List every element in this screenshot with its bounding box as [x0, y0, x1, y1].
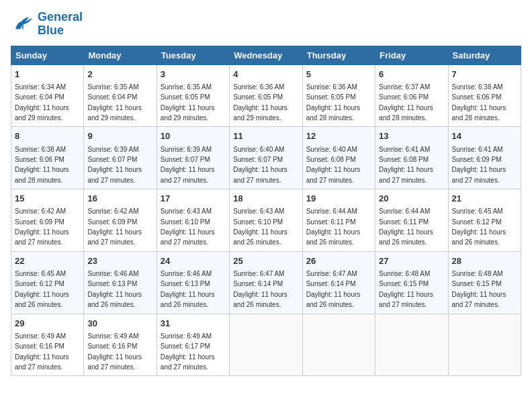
- sunrise: Sunrise: 6:40 AM: [233, 146, 284, 153]
- sunset: Sunset: 6:12 PM: [15, 280, 64, 287]
- calendar-cell: 1Sunrise: 6:34 AMSunset: 6:04 PMDaylight…: [11, 64, 84, 127]
- daylight: Daylight: 11 hours and 26 minutes.: [233, 228, 287, 246]
- daylight: Daylight: 11 hours and 26 minutes.: [379, 228, 433, 246]
- daylight: Daylight: 11 hours and 26 minutes.: [161, 291, 215, 308]
- daylight: Daylight: 11 hours and 27 minutes.: [87, 166, 142, 183]
- col-header-friday: Friday: [375, 46, 448, 64]
- daylight: Daylight: 11 hours and 26 minutes.: [233, 291, 287, 308]
- daylight: Daylight: 11 hours and 27 minutes.: [233, 166, 287, 183]
- sunset: Sunset: 6:11 PM: [379, 218, 429, 226]
- daylight: Daylight: 11 hours and 28 minutes.: [306, 104, 361, 122]
- day-number: 5: [306, 68, 371, 81]
- sunrise: Sunrise: 6:45 AM: [15, 270, 66, 277]
- sunset: Sunset: 6:12 PM: [452, 218, 502, 226]
- sunset: Sunset: 6:09 PM: [87, 218, 137, 226]
- sunset: Sunset: 6:05 PM: [161, 93, 210, 101]
- daylight: Daylight: 11 hours and 28 minutes.: [452, 104, 506, 122]
- calendar-cell: 2Sunrise: 6:35 AMSunset: 6:04 PMDaylight…: [84, 64, 157, 127]
- calendar-cell: 16Sunrise: 6:42 AMSunset: 6:09 PMDayligh…: [84, 189, 157, 252]
- calendar-cell: 30Sunrise: 6:49 AMSunset: 6:16 PMDayligh…: [84, 314, 157, 376]
- day-number: 8: [15, 130, 80, 142]
- day-number: 9: [87, 130, 152, 142]
- sunrise: Sunrise: 6:39 AM: [161, 146, 212, 153]
- sunset: Sunset: 6:07 PM: [161, 156, 210, 163]
- daylight: Daylight: 11 hours and 26 minutes.: [306, 228, 361, 246]
- calendar-cell: 12Sunrise: 6:40 AMSunset: 6:08 PMDayligh…: [302, 127, 375, 189]
- sunrise: Sunrise: 6:45 AM: [452, 208, 503, 215]
- day-number: 19: [306, 193, 371, 205]
- sunset: Sunset: 6:15 PM: [379, 280, 429, 287]
- calendar-cell: 20Sunrise: 6:44 AMSunset: 6:11 PMDayligh…: [375, 189, 448, 252]
- daylight: Daylight: 11 hours and 27 minutes.: [161, 166, 215, 183]
- calendar-cell: 6Sunrise: 6:37 AMSunset: 6:06 PMDaylight…: [375, 64, 448, 127]
- calendar-cell: 17Sunrise: 6:43 AMSunset: 6:10 PMDayligh…: [157, 189, 229, 252]
- sunrise: Sunrise: 6:38 AM: [15, 146, 66, 153]
- sunrise: Sunrise: 6:42 AM: [15, 208, 66, 215]
- daylight: Daylight: 11 hours and 28 minutes.: [379, 104, 433, 122]
- sunset: Sunset: 6:14 PM: [233, 280, 283, 287]
- col-header-thursday: Thursday: [302, 46, 375, 64]
- calendar-cell: 29Sunrise: 6:49 AMSunset: 6:16 PMDayligh…: [11, 314, 84, 376]
- sunrise: Sunrise: 6:39 AM: [87, 146, 138, 153]
- day-number: 30: [87, 318, 152, 330]
- day-number: 16: [87, 193, 152, 205]
- daylight: Daylight: 11 hours and 29 minutes.: [15, 104, 69, 122]
- sunset: Sunset: 6:04 PM: [15, 93, 64, 101]
- sunrise: Sunrise: 6:44 AM: [306, 208, 357, 215]
- daylight: Daylight: 11 hours and 27 minutes.: [452, 291, 506, 308]
- calendar-cell: 22Sunrise: 6:45 AMSunset: 6:12 PMDayligh…: [11, 251, 84, 314]
- calendar-cell: 24Sunrise: 6:46 AMSunset: 6:13 PMDayligh…: [157, 251, 229, 314]
- daylight: Daylight: 11 hours and 27 minutes.: [87, 228, 142, 246]
- page-header: General Blue: [11, 11, 521, 38]
- sunrise: Sunrise: 6:34 AM: [15, 83, 66, 91]
- daylight: Daylight: 11 hours and 27 minutes.: [161, 353, 215, 371]
- day-number: 12: [306, 130, 371, 142]
- sunrise: Sunrise: 6:43 AM: [233, 208, 284, 215]
- day-number: 2: [87, 68, 152, 81]
- sunrise: Sunrise: 6:37 AM: [379, 83, 430, 91]
- col-header-monday: Monday: [84, 46, 157, 64]
- sunset: Sunset: 6:04 PM: [87, 93, 137, 101]
- sunrise: Sunrise: 6:35 AM: [161, 83, 212, 91]
- calendar-cell: 13Sunrise: 6:41 AMSunset: 6:08 PMDayligh…: [375, 127, 448, 189]
- sunrise: Sunrise: 6:47 AM: [233, 270, 284, 277]
- day-number: 6: [379, 68, 444, 81]
- sunset: Sunset: 6:17 PM: [161, 342, 210, 350]
- sunrise: Sunrise: 6:36 AM: [233, 83, 284, 91]
- sunset: Sunset: 6:06 PM: [15, 156, 64, 163]
- daylight: Daylight: 11 hours and 27 minutes.: [15, 353, 69, 371]
- sunset: Sunset: 6:09 PM: [452, 156, 502, 163]
- calendar-cell: 26Sunrise: 6:47 AMSunset: 6:14 PMDayligh…: [302, 251, 375, 314]
- day-number: 10: [161, 130, 226, 142]
- daylight: Daylight: 11 hours and 27 minutes.: [379, 166, 433, 183]
- sunrise: Sunrise: 6:48 AM: [452, 270, 503, 277]
- calendar-cell: 5Sunrise: 6:36 AMSunset: 6:05 PMDaylight…: [302, 64, 375, 127]
- calendar-cell: [375, 314, 448, 376]
- col-header-saturday: Saturday: [448, 46, 521, 64]
- day-number: 11: [233, 130, 298, 142]
- calendar-cell: 19Sunrise: 6:44 AMSunset: 6:11 PMDayligh…: [302, 189, 375, 252]
- calendar-cell: 7Sunrise: 6:38 AMSunset: 6:06 PMDaylight…: [448, 64, 521, 127]
- calendar-table: SundayMondayTuesdayWednesdayThursdayFrid…: [11, 46, 521, 377]
- sunrise: Sunrise: 6:44 AM: [379, 208, 430, 215]
- sunset: Sunset: 6:16 PM: [87, 342, 137, 350]
- sunset: Sunset: 6:06 PM: [452, 93, 502, 101]
- daylight: Daylight: 11 hours and 29 minutes.: [161, 104, 215, 122]
- daylight: Daylight: 11 hours and 26 minutes.: [87, 291, 142, 308]
- sunset: Sunset: 6:11 PM: [306, 218, 356, 226]
- sunset: Sunset: 6:15 PM: [452, 280, 502, 287]
- sunrise: Sunrise: 6:49 AM: [161, 332, 212, 340]
- col-header-tuesday: Tuesday: [157, 46, 229, 64]
- sunset: Sunset: 6:10 PM: [161, 218, 210, 226]
- day-number: 14: [452, 130, 517, 142]
- sunrise: Sunrise: 6:48 AM: [379, 270, 430, 277]
- calendar-cell: 4Sunrise: 6:36 AMSunset: 6:05 PMDaylight…: [230, 64, 302, 127]
- daylight: Daylight: 11 hours and 27 minutes.: [306, 166, 361, 183]
- day-number: 3: [161, 68, 226, 81]
- sunrise: Sunrise: 6:46 AM: [87, 270, 138, 277]
- calendar-cell: 31Sunrise: 6:49 AMSunset: 6:17 PMDayligh…: [157, 314, 229, 376]
- calendar-cell: [448, 314, 521, 376]
- day-number: 18: [233, 193, 298, 205]
- sunset: Sunset: 6:10 PM: [233, 218, 283, 226]
- sunrise: Sunrise: 6:43 AM: [161, 208, 212, 215]
